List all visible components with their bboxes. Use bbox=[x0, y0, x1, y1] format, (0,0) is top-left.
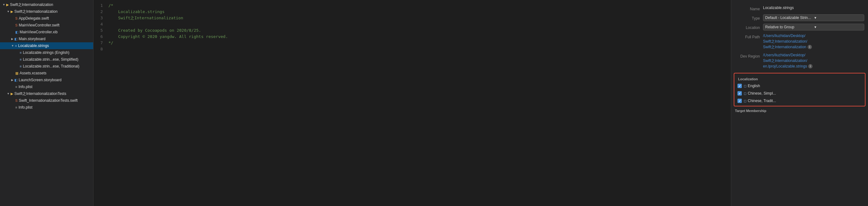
fullpath-row: Full Path /Users/liuzhidan/Desktop/ Swif… bbox=[731, 32, 868, 51]
sidebar-item-tests-group[interactable]: ▼▶Swift之InternationalizationTests bbox=[0, 90, 93, 97]
file-icon: ≡ bbox=[20, 58, 22, 61]
type-dropdown[interactable]: Default - Localizable Strin... ▾ bbox=[763, 14, 864, 21]
location-dropdown-arrow: ▾ bbox=[814, 24, 862, 30]
chevron-icon[interactable]: ▶ bbox=[11, 37, 13, 40]
code-line: Created by Cocoapods on 2020/8/25. bbox=[108, 27, 731, 34]
sidebar-item-label: Info.plist bbox=[19, 84, 32, 89]
fullpath-line1: /Users/liuzhidan/Desktop/ bbox=[763, 33, 864, 39]
devregion-line3-container: en.lproj/Localizable.strings ℹ bbox=[763, 64, 864, 69]
sidebar-item-info-plist[interactable]: ≡Info.plist bbox=[0, 83, 93, 90]
type-dropdown-value: Default - Localizable Strin... bbox=[765, 15, 813, 21]
sidebar-item-tests-plist[interactable]: ≡Info.plist bbox=[0, 104, 93, 111]
line-number: 6 bbox=[93, 34, 103, 40]
chevron-icon[interactable]: ▼ bbox=[11, 44, 14, 47]
file-icon: ≡ bbox=[20, 64, 22, 68]
sidebar-item-tests-swift[interactable]: SSwift_InternationalizationTests.swift bbox=[0, 97, 93, 104]
loc-traditional-file-icon: ◻ bbox=[744, 99, 746, 103]
sidebar-item-label: Localizable.strin...ese, Traditional) bbox=[23, 64, 79, 68]
sidebar-item-label: Swift之Internationalization bbox=[10, 2, 53, 7]
line-number: 3 bbox=[93, 15, 103, 21]
line-number: 8 bbox=[93, 46, 103, 52]
line-number: 7 bbox=[93, 40, 103, 46]
devregion-info-icon[interactable]: ℹ bbox=[808, 64, 812, 68]
localization-title: Localization bbox=[734, 75, 865, 82]
code-line: Localizable.strings bbox=[108, 9, 731, 15]
location-dropdown-value: Relative to Group bbox=[765, 24, 813, 30]
sidebar-item-loc-simplified[interactable]: ≡Localizable.strin...ese, Simplified) bbox=[0, 56, 93, 63]
sidebar-item-label: MainViewController.xib bbox=[20, 30, 58, 34]
devregion-value: /Users/liuzhidan/Desktop/ Swift之Internat… bbox=[763, 52, 864, 69]
sidebar-item-launchscreen[interactable]: ▶◧LaunchScreen.storyboard bbox=[0, 76, 93, 83]
name-row: Name Localizable.strings bbox=[731, 4, 868, 13]
file-icon: ◧ bbox=[14, 78, 18, 82]
loc-simplified-checkbox[interactable] bbox=[738, 91, 742, 96]
name-label: Name bbox=[735, 5, 763, 12]
loc-english-file-icon: ◻ bbox=[744, 84, 746, 88]
sidebar-item-appdelegate[interactable]: SAppDelegate.swift bbox=[0, 15, 93, 22]
location-value[interactable]: Relative to Group ▾ bbox=[763, 24, 864, 31]
loc-traditional-label: Chinese, Tradit... bbox=[748, 99, 776, 103]
sidebar-item-label: LaunchScreen.storyboard bbox=[19, 78, 61, 82]
code-line: Copyright © 2020 yangdw. All rights rese… bbox=[108, 34, 731, 40]
file-icon: ≡ bbox=[15, 105, 17, 109]
sidebar-item-label: Localizable.strin...ese, Simplified) bbox=[23, 57, 78, 62]
fullpath-line2: Swift之Internationalization/ bbox=[763, 39, 864, 44]
location-dropdown[interactable]: Relative to Group ▾ bbox=[763, 24, 864, 31]
file-icon: S bbox=[15, 16, 18, 20]
file-icon: ▦ bbox=[15, 71, 19, 75]
file-icon: S bbox=[15, 99, 18, 102]
fullpath-line3-container: Swift之Internationalization ℹ bbox=[763, 44, 864, 50]
line-number: 2 bbox=[93, 9, 103, 15]
folder-icon: ▶ bbox=[10, 92, 13, 96]
sidebar-item-loc-traditional[interactable]: ≡Localizable.strin...ese, Traditional) bbox=[0, 63, 93, 70]
sidebar-item-label: Info.plist bbox=[19, 105, 32, 109]
devregion-label: Dev Region bbox=[735, 52, 763, 59]
sidebar-item-label: MainViewController.swift bbox=[19, 23, 60, 27]
devregion-line1: /Users/liuzhidan/Desktop/ bbox=[763, 52, 864, 58]
loc-english-label: English bbox=[748, 84, 760, 88]
sidebar-item-label: Localizable.strings (English) bbox=[23, 50, 69, 55]
chevron-icon[interactable]: ▼ bbox=[7, 10, 10, 13]
file-navigator: ▼▶Swift之Internationalization▼▶Swift之Inte… bbox=[0, 0, 93, 206]
code-text[interactable]: /* Localizable.strings Swift之Internation… bbox=[106, 2, 731, 52]
sidebar-item-swift-intl-root[interactable]: ▼▶Swift之Internationalization bbox=[0, 1, 93, 8]
chevron-icon[interactable]: ▶ bbox=[11, 78, 13, 81]
sidebar-item-loc-english[interactable]: ≡Localizable.strings (English) bbox=[0, 49, 93, 56]
fullpath-label: Full Path bbox=[735, 33, 763, 40]
file-icon: ≡ bbox=[20, 51, 22, 55]
devregion-line3: en.lproj/Localizable.strings bbox=[763, 64, 807, 69]
chevron-icon[interactable]: ▼ bbox=[2, 3, 5, 6]
code-content-area: 12345678 /* Localizable.strings Swift之In… bbox=[93, 0, 731, 55]
sidebar-item-assets[interactable]: ▦Assets.xcassets bbox=[0, 70, 93, 76]
type-dropdown-arrow: ▾ bbox=[814, 15, 862, 21]
code-line: Swift之Internationalization bbox=[108, 15, 731, 21]
sidebar-item-label: Swift_InternationalizationTests.swift bbox=[19, 98, 78, 103]
file-icon: ◧ bbox=[15, 30, 19, 34]
fullpath-line3: Swift之Internationalization bbox=[763, 44, 806, 50]
file-icon: ≡ bbox=[15, 44, 17, 47]
devregion-row: Dev Region /Users/liuzhidan/Desktop/ Swi… bbox=[731, 51, 868, 70]
folder-icon: ▶ bbox=[10, 10, 13, 14]
sidebar-item-localizable-strings[interactable]: ▼≡Localizable.strings bbox=[0, 42, 93, 49]
fullpath-value: /Users/liuzhidan/Desktop/ Swift之Internat… bbox=[763, 33, 864, 50]
name-value: Localizable.strings bbox=[763, 5, 864, 10]
sidebar-item-main-storyboard[interactable]: ▶◧Main.storyboard bbox=[0, 35, 93, 42]
loc-english-checkbox[interactable] bbox=[738, 84, 742, 88]
line-number: 4 bbox=[93, 21, 103, 27]
loc-traditional-checkbox[interactable] bbox=[738, 99, 742, 103]
file-icon: ◧ bbox=[14, 37, 18, 41]
loc-simplified-file-icon: ◻ bbox=[744, 92, 746, 96]
sidebar-item-label: Localizable.strings bbox=[18, 43, 49, 48]
chevron-icon[interactable]: ▼ bbox=[7, 92, 10, 95]
type-value[interactable]: Default - Localizable Strin... ▾ bbox=[763, 14, 864, 21]
code-editor[interactable]: 12345678 /* Localizable.strings Swift之In… bbox=[93, 0, 731, 206]
type-label: Type bbox=[735, 14, 763, 21]
loc-simplified-label: Chinese, Simpl... bbox=[748, 91, 776, 96]
devregion-line2: Swift之Internationalization/ bbox=[763, 58, 864, 64]
sidebar-item-mainviewcontroller-swift[interactable]: SMainViewController.swift bbox=[0, 22, 93, 29]
line-number: 1 bbox=[93, 2, 103, 9]
fullpath-info-icon[interactable]: ℹ bbox=[808, 45, 812, 49]
sidebar-item-label: Assets.xcassets bbox=[20, 71, 46, 75]
sidebar-item-swift-intl-group[interactable]: ▼▶Swift之Internationalization bbox=[0, 8, 93, 15]
sidebar-item-mainviewcontroller-xib[interactable]: ◧MainViewController.xib bbox=[0, 29, 93, 35]
